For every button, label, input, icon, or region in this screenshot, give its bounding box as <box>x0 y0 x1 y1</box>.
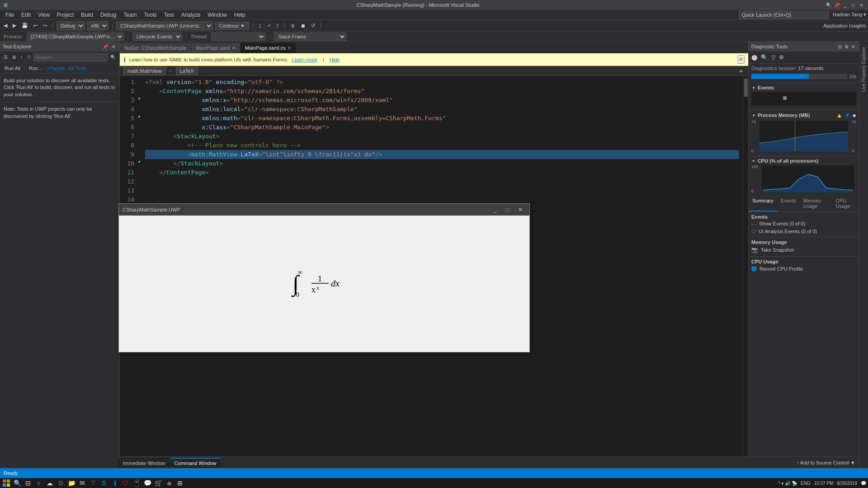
tab-mainpage-cs[interactable]: MainPage.xaml.cs ✕ <box>241 43 296 53</box>
command-window-tab[interactable]: Command Window <box>170 458 221 468</box>
tab-events[interactable]: Events <box>777 196 800 211</box>
add-location-button[interactable]: + <box>737 67 745 75</box>
menu-edit[interactable]: Edit <box>18 11 34 19</box>
test-filter-button[interactable]: ▽ <box>25 54 33 61</box>
restart-button[interactable]: ↺ <box>309 22 317 29</box>
onedrive-icon[interactable]: ☁ <box>45 479 54 488</box>
collapse-memory-icon[interactable]: ▼ <box>751 113 756 118</box>
pin-panel-button[interactable]: 📌 <box>101 44 109 50</box>
mail-icon[interactable]: ✉ <box>78 479 87 488</box>
save-button[interactable]: 💾 <box>20 22 30 29</box>
redo-button[interactable]: ↪ <box>41 22 49 29</box>
test-sort-button[interactable]: ↕ <box>19 54 24 61</box>
collapse-cpu-icon[interactable]: ▼ <box>751 159 756 164</box>
menu-debug[interactable]: Debug <box>97 11 120 19</box>
test-search-input[interactable] <box>33 53 108 61</box>
phone-icon[interactable]: 📱 <box>132 479 141 488</box>
step-into-button[interactable]: ⤶ <box>265 22 273 29</box>
menu-test[interactable]: Test <box>160 11 178 19</box>
menu-file[interactable]: File <box>2 11 18 19</box>
process-dropdown[interactable]: [27408] CSharpMathSample.UWP.e... <box>27 33 124 41</box>
take-snapshot-item[interactable]: 📷 Take Snapshot <box>751 245 856 254</box>
step-over-button[interactable]: ⤵ <box>257 22 263 29</box>
notification-icon[interactable]: 💬 <box>861 481 866 486</box>
start-button[interactable] <box>2 479 11 488</box>
whatsapp-icon[interactable]: 💬 <box>143 479 152 488</box>
learn-more-link[interactable]: Learn more <box>292 57 317 62</box>
vs-icon[interactable]: ⚙ <box>56 479 65 488</box>
test-list-view-button[interactable]: ☰ <box>2 54 9 61</box>
tab-memory-usage[interactable]: Memory Usage <box>800 196 832 211</box>
menu-build[interactable]: Build <box>77 11 97 19</box>
tab-cpu-usage[interactable]: CPU Usage <box>832 196 859 211</box>
skype-icon[interactable]: S <box>99 479 108 488</box>
run-button[interactable]: Run... <box>27 65 44 71</box>
pause-button[interactable]: ⏸ <box>288 22 297 29</box>
teams-icon[interactable]: T <box>89 479 98 488</box>
floating-close-button[interactable]: ✕ <box>515 205 526 214</box>
collapse-events-icon[interactable]: ▼ <box>751 85 756 90</box>
menu-window[interactable]: Window <box>204 11 231 19</box>
lifecycle-dropdown[interactable]: Lifecycle Events <box>132 33 182 41</box>
add-to-source-control-button[interactable]: ↑ Add to Source Control ▼ <box>793 459 859 466</box>
vs2-icon[interactable]: ◆ <box>165 479 174 488</box>
menu-view[interactable]: View <box>34 11 53 19</box>
show-events-item[interactable]: — Show Events (0 of 0) <box>751 220 856 227</box>
undo-button[interactable]: ↩ <box>32 22 39 29</box>
search-go-button[interactable]: 🔍 <box>108 54 118 61</box>
diag-close-button[interactable]: ✕ <box>850 44 856 50</box>
step-out-button[interactable]: ⤴ <box>274 22 281 29</box>
forward-button[interactable]: ▶ <box>11 22 18 29</box>
terminal-icon[interactable]: ⊞ <box>175 479 184 488</box>
project-dropdown[interactable]: CSharpMathSample.UWP (Universi... <box>116 21 213 30</box>
taskview-icon[interactable]: ⊟ <box>24 479 33 488</box>
continue-button[interactable]: Continue ▼ <box>215 22 249 30</box>
menu-help[interactable]: Help <box>231 11 249 19</box>
pin-icon[interactable]: 📌 <box>834 2 840 8</box>
tab-mainpage-xaml-close[interactable]: ✕ <box>232 46 236 51</box>
close-button[interactable]: ✕ <box>858 2 864 8</box>
diag-filter-button[interactable]: ▽ <box>770 53 776 61</box>
menu-tools[interactable]: Tools <box>141 11 160 19</box>
close-panel-button[interactable]: ✕ <box>110 44 117 50</box>
diag-search-button[interactable]: 🔍 <box>760 53 769 61</box>
take-snapshot-label[interactable]: Take Snapshot <box>761 247 794 253</box>
stop-button[interactable]: ⏹ <box>299 22 307 29</box>
search-taskbar-icon[interactable]: 🔍 <box>13 479 22 488</box>
restore-button[interactable]: □ <box>850 2 856 8</box>
thread-dropdown[interactable] <box>211 33 265 41</box>
ui-analysis-item[interactable]: ⬡ UI Analysis Events (0 of 0) <box>751 227 856 235</box>
diag-undock-button[interactable]: ⊟ <box>837 44 843 50</box>
minimize-button[interactable]: _ <box>842 2 848 8</box>
menu-team[interactable]: Team <box>120 11 140 19</box>
playlist-dropdown[interactable]: Playlist : All Tests <box>49 66 87 71</box>
test-group-button[interactable]: ⊞ <box>10 54 18 61</box>
debug-dropdown[interactable]: Debug <box>57 21 85 30</box>
edge-icon[interactable]: e <box>34 479 43 488</box>
side-tab-live-property[interactable]: Live Property Explorer <box>860 43 867 95</box>
info-close-button[interactable]: ✕ <box>738 55 745 64</box>
record-cpu-label[interactable]: Record CPU Profile <box>760 266 803 272</box>
tab-mainpage-xaml[interactable]: MainPage.xaml ✕ <box>191 43 241 53</box>
floating-minimize-button[interactable]: _ <box>490 205 500 214</box>
floating-restore-button[interactable]: □ <box>502 205 513 214</box>
search-icon[interactable]: 🔍 <box>826 2 832 8</box>
store-icon[interactable]: 🛒 <box>154 479 163 488</box>
diag-settings-button[interactable]: ⚙ <box>843 44 850 50</box>
tab-nuget[interactable]: NuGet: CSharpMathSample <box>120 43 191 53</box>
arch-dropdown[interactable]: x86 <box>87 21 108 30</box>
diag-record-button[interactable]: ⬤ <box>750 53 758 61</box>
tab-summary[interactable]: Summary <box>749 196 777 211</box>
stackframe-dropdown[interactable]: Stack Frame <box>274 33 346 41</box>
back-button[interactable]: ◀ <box>2 22 9 29</box>
menu-analyze[interactable]: Analyze <box>178 11 204 19</box>
menu-project[interactable]: Project <box>53 11 77 19</box>
vertical-scrollbar[interactable] <box>743 76 748 478</box>
app-insights-label[interactable]: Application Insights <box>823 23 866 28</box>
info-taskbar-icon[interactable]: ℹ <box>110 479 119 488</box>
location-mathview-button[interactable]: math:MathView <box>123 67 166 75</box>
quick-launch-input[interactable]: Quick Launch (Ctrl+Q) <box>739 11 829 19</box>
diag-settings-btn2[interactable]: ⚙ <box>778 53 785 61</box>
antivirus-icon[interactable]: 🛡 <box>121 479 130 488</box>
immediate-window-tab[interactable]: Immediate Window <box>118 458 170 468</box>
